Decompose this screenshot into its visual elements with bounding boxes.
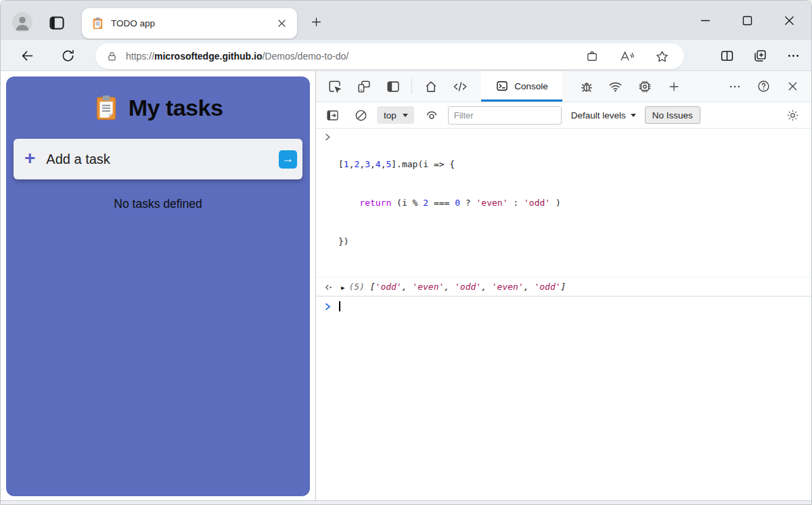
collections-icon[interactable] [753, 49, 767, 63]
browser-window: TODO app [0, 0, 812, 505]
toolbar-separator [411, 79, 412, 94]
tab-title: TODO app [111, 18, 274, 28]
read-aloud-icon[interactable] [619, 49, 635, 63]
network-icon[interactable] [601, 71, 630, 102]
debugger-bug-icon[interactable] [572, 71, 601, 102]
tab-strip: TODO app [1, 1, 811, 40]
back-button[interactable] [18, 46, 37, 65]
devtools-panel: Console [315, 71, 811, 500]
url-scheme: https:// [126, 51, 154, 62]
console-messages: [1,2,3,4,5].map(i => { return (i % 2 ===… [316, 129, 811, 316]
memory-chip-icon[interactable] [630, 71, 659, 102]
chevron-down-icon [631, 114, 636, 117]
refresh-button[interactable] [58, 46, 77, 65]
close-window-button[interactable] [768, 1, 810, 40]
more-tools-plus-icon[interactable] [659, 71, 688, 102]
tab-close-icon[interactable] [274, 16, 289, 31]
lock-icon[interactable] [106, 50, 118, 63]
clipboard-icon [93, 94, 119, 121]
add-task-form: + → [14, 139, 302, 179]
add-task-submit-button[interactable]: → [279, 150, 297, 169]
address-bar[interactable]: https://microsoftedge.github.io/Demos/de… [95, 43, 684, 69]
console-toolbar: top Default levels No Issues [316, 102, 811, 129]
empty-state-text: No tasks defined [6, 197, 310, 211]
new-tab-button[interactable] [307, 12, 325, 31]
maximize-button[interactable] [726, 1, 768, 40]
result-returned-icon [325, 283, 334, 292]
split-screen-icon[interactable] [720, 49, 734, 63]
command-chevron-icon [325, 133, 334, 141]
console-tab[interactable]: Console [481, 71, 562, 102]
add-task-input[interactable] [45, 151, 279, 168]
text-cursor [339, 301, 340, 311]
arrow-right-icon: → [282, 153, 294, 164]
console-prompt-row[interactable] [316, 297, 811, 316]
person-icon [12, 12, 32, 32]
url-host: microsoftedge.github.io [154, 51, 262, 62]
prompt-chevron-icon [325, 302, 334, 311]
inspect-element-icon[interactable] [320, 71, 349, 102]
context-label: top [384, 110, 397, 120]
result-value: (5) ['odd', 'even', 'odd', 'even', 'odd'… [348, 280, 566, 293]
live-expression-eye-icon[interactable] [421, 108, 443, 123]
tab-actions-icon[interactable] [48, 14, 66, 32]
log-levels-label: Default levels [571, 110, 626, 120]
todo-header: My tasks [6, 94, 310, 121]
javascript-context-selector[interactable]: top [377, 106, 414, 124]
devtools-menu-icon[interactable] [720, 71, 749, 102]
console-tab-label: Console [514, 81, 548, 91]
window-bottom-edge [1, 500, 811, 504]
clipboard-favicon-icon [91, 17, 104, 30]
console-filter-input[interactable] [448, 106, 562, 125]
clear-console-icon[interactable] [350, 108, 371, 123]
profile-avatar[interactable] [12, 12, 32, 32]
log-levels-dropdown[interactable]: Default levels [571, 110, 636, 120]
dock-side-icon[interactable] [378, 71, 407, 102]
todo-app-panel: My tasks + → No tasks defined [6, 76, 310, 496]
console-command-row: [1,2,3,4,5].map(i => { return (i % 2 ===… [316, 129, 811, 278]
page-content: My tasks + → No tasks defined [1, 71, 315, 500]
issues-button[interactable]: No Issues [645, 106, 700, 124]
minimize-button[interactable] [684, 1, 726, 40]
expand-triangle-icon[interactable]: ▶ [341, 284, 344, 292]
devtools-tabbar: Console [316, 71, 811, 102]
window-controls [684, 1, 810, 40]
chevron-down-icon [403, 114, 408, 117]
elements-code-icon[interactable] [445, 71, 474, 102]
close-devtools-icon[interactable] [778, 71, 807, 102]
url-text: https://microsoftedge.github.io/Demos/de… [126, 51, 348, 62]
plus-icon: + [24, 149, 35, 168]
browser-tab[interactable]: TODO app [82, 8, 297, 39]
page-title: My tasks [129, 95, 223, 121]
console-result-row: ▶ (5) ['odd', 'even', 'odd', 'even', 'od… [316, 278, 811, 297]
command-code: [1,2,3,4,5].map(i => { return (i % 2 ===… [338, 132, 561, 273]
browser-menu-icon[interactable] [786, 49, 800, 63]
console-sidebar-icon[interactable] [321, 108, 343, 123]
welcome-home-icon[interactable] [416, 71, 445, 102]
app-available-icon[interactable] [585, 49, 599, 63]
help-icon[interactable] [749, 71, 778, 102]
console-settings-gear-icon[interactable] [782, 108, 803, 123]
navigation-toolbar: https://microsoftedge.github.io/Demos/de… [1, 40, 811, 71]
device-emulation-icon[interactable] [349, 71, 378, 102]
console-terminal-icon [495, 79, 509, 93]
favorites-star-icon[interactable] [655, 49, 669, 64]
url-path: /Demos/demo-to-do/ [262, 51, 348, 62]
